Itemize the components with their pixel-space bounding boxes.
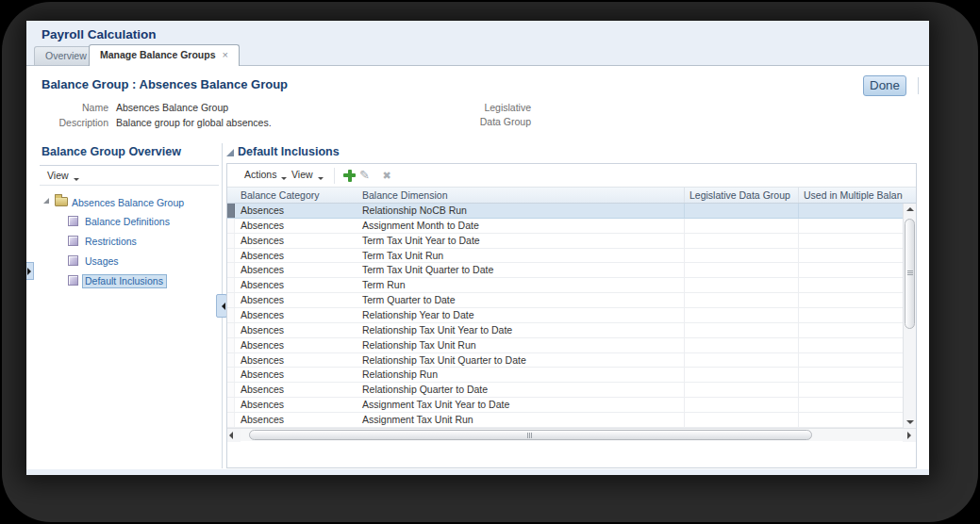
node-icon (68, 236, 78, 246)
balance-category-cell: Absences (235, 234, 357, 248)
balance-category-cell: Absences (235, 293, 357, 307)
table-row[interactable]: AbsencesRelationship Tax Unit Quarter to… (227, 353, 903, 368)
table-view-menu-label: View (291, 169, 313, 180)
table-header-row: Balance CategoryBalance DimensionLegisla… (227, 188, 916, 204)
column-header-balance-category[interactable]: Balance Category (235, 188, 357, 203)
used-in-multiple-balance-cell (798, 398, 903, 412)
balance-group-tree: Absences Balance Group Balance Definitio… (40, 186, 219, 293)
scroll-left-button[interactable] (227, 429, 241, 442)
used-in-multiple-balance-cell (798, 278, 903, 292)
scroll-right-button[interactable] (903, 429, 916, 442)
row-header-cell (227, 234, 235, 248)
table-view-menu-button[interactable]: View (291, 169, 324, 180)
balance-category-cell: Absences (235, 308, 357, 322)
used-in-multiple-balance-cell (798, 308, 903, 322)
column-header-used-in-multiple-balance[interactable]: Used in Multiple Balance (798, 188, 903, 203)
row-header-cell (227, 338, 235, 352)
table-row[interactable]: AbsencesRelationship Run (227, 368, 903, 383)
tab-manage-balance-groups[interactable]: Manage Balance Groups× (89, 44, 240, 66)
table-row[interactable]: AbsencesTerm Run (227, 278, 903, 293)
horizontal-scrollbar[interactable] (227, 428, 916, 441)
table-row[interactable]: AbsencesRelationship Year to Date (227, 308, 903, 323)
done-button[interactable]: Done (863, 75, 906, 96)
add-icon[interactable] (342, 168, 357, 183)
disclosure-triangle-icon[interactable] (226, 149, 234, 156)
tree-children: Balance DefinitionsRestrictionsUsagesDef… (40, 214, 219, 293)
app-window: Payroll Calculation Overview Manage Bala… (26, 21, 929, 475)
tree-item-label[interactable]: Default Inclusions (82, 274, 167, 288)
used-in-multiple-balance-cell (798, 368, 903, 382)
legislative-data-group-cell (684, 398, 798, 412)
table-row[interactable]: AbsencesTerm Tax Unit Run (227, 249, 903, 264)
left-edge-splitter-button[interactable] (26, 262, 34, 280)
description-field-row: Description Balance group for global abs… (45, 117, 423, 130)
used-in-multiple-balance-cell (798, 219, 903, 233)
used-in-multiple-balance-cell (798, 204, 903, 218)
tree-item-label[interactable]: Restrictions (83, 236, 140, 248)
legislative-data-group-cell (684, 383, 798, 397)
balance-category-cell: Absences (235, 263, 357, 277)
row-header-cell (227, 249, 235, 263)
actions-menu-button[interactable]: Actions (244, 169, 287, 180)
balance-category-cell: Absences (235, 353, 357, 368)
default-inclusions-panel: Actions View ✎ ✖ Balance CategoryBalance… (226, 163, 917, 468)
table-row[interactable]: AbsencesRelationship Tax Unit Year to Da… (227, 323, 903, 338)
tree-item-restrictions[interactable]: Restrictions (40, 234, 219, 254)
tree-item-default-inclusions[interactable]: Default Inclusions (40, 273, 219, 293)
vertical-scrollbar[interactable] (903, 204, 916, 428)
horizontal-scrollbar-thumb[interactable] (249, 430, 812, 440)
tree-view-menu-button[interactable]: View (40, 166, 219, 186)
column-header-balance-dimension[interactable]: Balance Dimension (357, 188, 684, 203)
tab-close-icon[interactable]: × (223, 49, 228, 60)
table-row[interactable]: AbsencesAssignment Month to Date (227, 219, 903, 234)
row-header-cell (227, 219, 235, 233)
tree-expander-icon[interactable] (43, 198, 49, 204)
used-in-multiple-balance-cell (798, 249, 903, 263)
tree-item-balance-definitions[interactable]: Balance Definitions (40, 214, 219, 234)
vertical-scrollbar-thumb[interactable] (905, 219, 915, 329)
column-header-legislative-data-group[interactable]: Legislative Data Group (684, 188, 798, 203)
legislative-data-group-cell (684, 249, 798, 263)
table-row[interactable]: AbsencesAssignment Tax Unit Run (227, 413, 903, 428)
row-header-cell (227, 204, 235, 218)
balance-category-cell: Absences (235, 249, 357, 263)
tree-root-label[interactable]: Absences Balance Group (72, 196, 184, 209)
edit-icon[interactable]: ✎ (359, 168, 374, 183)
table-row[interactable]: AbsencesRelationship Tax Unit Run (227, 338, 903, 353)
balance-category-cell: Absences (235, 278, 357, 292)
row-header-cell (227, 293, 235, 307)
table-row[interactable]: AbsencesRelationship NoCB Run (227, 204, 903, 219)
row-header-cell (227, 398, 235, 412)
table-row[interactable]: AbsencesAssignment Tax Unit Year to Date (227, 398, 903, 413)
actions-menu-label: Actions (244, 169, 276, 180)
page-title: Payroll Calculation (42, 27, 157, 41)
toolbar-separator (918, 77, 919, 94)
balance-category-cell: Absences (235, 204, 357, 218)
scroll-up-button[interactable] (904, 204, 916, 217)
row-header-cell (227, 323, 235, 337)
scroll-down-button[interactable] (904, 415, 916, 428)
table-row[interactable]: AbsencesTerm Tax Unit Quarter to Date (227, 263, 903, 278)
tree-item-label[interactable]: Usages (83, 255, 122, 268)
table-row[interactable]: AbsencesRelationship Quarter to Date (227, 383, 903, 398)
table-row[interactable]: AbsencesTerm Quarter to Date (227, 293, 903, 308)
balance-group-overview-panel: View Absences Balance Group Balance Defi… (40, 165, 219, 468)
balance-category-cell: Absences (235, 383, 357, 397)
tree-item-usages[interactable]: Usages (40, 254, 219, 273)
header-corner (903, 188, 916, 203)
balance-dimension-cell: Relationship Quarter to Date (357, 383, 684, 397)
tree-root-absences-balance-group[interactable]: Absences Balance Group (40, 194, 219, 214)
folder-icon (55, 197, 68, 206)
table-row[interactable]: AbsencesTerm Tax Unit Year to Date (227, 234, 903, 249)
row-header-cell (227, 413, 235, 427)
balance-category-cell: Absences (235, 323, 357, 337)
legislative-data-group-cell (684, 278, 798, 292)
balance-dimension-cell: Term Run (357, 278, 684, 292)
used-in-multiple-balance-cell (798, 323, 903, 337)
balance-dimension-cell: Term Tax Unit Year to Date (357, 234, 684, 248)
name-label: Name (45, 102, 108, 113)
right-panel-title: Default Inclusions (238, 145, 340, 158)
tree-view-menu-label: View (47, 170, 69, 181)
delete-icon[interactable]: ✖ (379, 168, 394, 183)
tree-item-label[interactable]: Balance Definitions (83, 216, 173, 228)
